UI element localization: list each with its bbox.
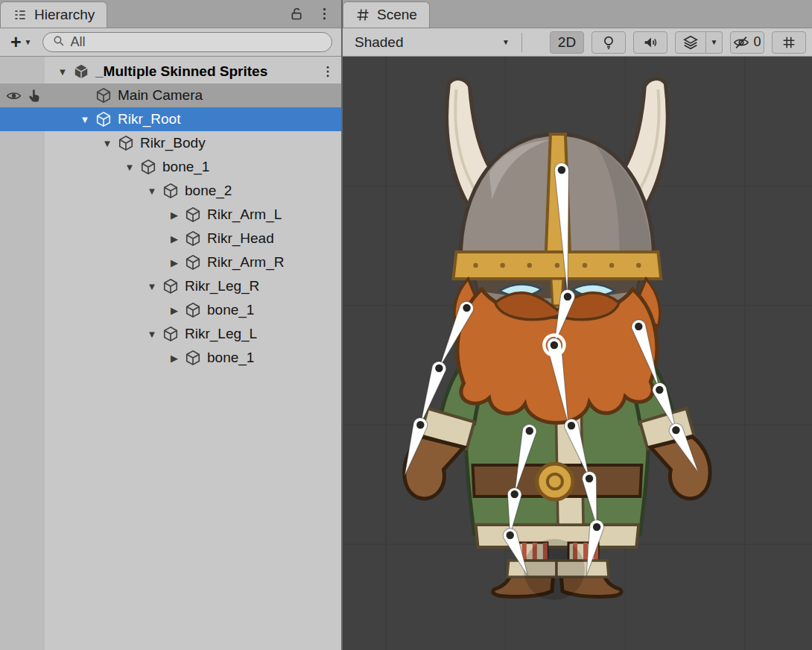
hierarchy-list-icon <box>13 7 28 22</box>
hierarchy-rows: ▼_Multiple Skinned SpritesMain Camera▼Ri… <box>0 60 341 370</box>
scene-viewport[interactable] <box>343 57 812 650</box>
bone-joint-arm-right-2[interactable] <box>672 426 679 434</box>
bone-joint-leg-left-1[interactable] <box>511 490 518 498</box>
eye-off-icon <box>733 34 749 51</box>
chevron-down-icon: ▼ <box>25 38 32 46</box>
hierarchy-item-bone-1[interactable]: ▼bone_1 <box>0 155 341 179</box>
hierarchy-item-multiple-skinned-sprites[interactable]: ▼_Multiple Skinned Sprites <box>0 60 341 83</box>
foldout-expanded-icon[interactable]: ▼ <box>119 162 140 173</box>
hidden-count-label: 0 <box>753 34 761 50</box>
foldout-expanded-icon[interactable]: ▼ <box>97 138 118 149</box>
gameobject-cube-icon <box>162 326 185 342</box>
kebab-menu-icon[interactable] <box>320 64 335 79</box>
scene-visibility-toggle[interactable]: 0 <box>730 31 764 54</box>
scene-audio-toggle[interactable] <box>633 31 667 54</box>
gameobject-cube-icon <box>185 302 207 318</box>
bone-joint-leg-left-0[interactable] <box>526 427 533 435</box>
indent-spacer <box>0 167 119 168</box>
bone-joint-arm-left-1[interactable] <box>435 365 443 372</box>
lock-icon[interactable] <box>289 6 305 22</box>
hierarchy-item-label: Rikr_Leg_R <box>185 278 259 294</box>
hierarchy-item-label: bone_1 <box>207 302 254 318</box>
hierarchy-item-rikr-root[interactable]: ▼Rikr_Root <box>0 107 341 131</box>
foldout-expanded-icon[interactable]: ▼ <box>74 114 95 125</box>
effects-layers-icon <box>682 34 699 51</box>
indent-spacer <box>0 215 164 215</box>
hierarchy-item-rikr-leg-l[interactable]: ▼Rikr_Leg_L <box>0 322 341 346</box>
scene-toolbar: Shaded ▼ 2D <box>343 28 812 57</box>
hierarchy-item-main-camera[interactable]: Main Camera <box>0 83 341 107</box>
chevron-down-icon: ▼ <box>711 38 718 46</box>
hierarchy-item-label: Rikr_Body <box>140 135 206 151</box>
draw-mode-label: Shaded <box>355 34 404 51</box>
foldout-collapsed-icon[interactable]: ▶ <box>164 209 185 221</box>
effects-split-button: ▼ <box>675 31 723 54</box>
bone-joint-leg-right-0[interactable] <box>568 422 575 429</box>
bone-joint-arm-left-0[interactable] <box>463 304 470 312</box>
foldout-expanded-icon[interactable]: ▼ <box>142 186 162 197</box>
tab-scene[interactable]: Scene <box>343 1 430 28</box>
bone-joint-leg-right-2[interactable] <box>593 523 600 531</box>
foldout-collapsed-icon[interactable]: ▶ <box>164 233 185 244</box>
scene-toolbar-buttons: 2D <box>550 31 806 54</box>
gameobject-cube-icon <box>185 230 207 247</box>
bone-joint-arm-right-1[interactable] <box>656 386 663 394</box>
scene-effects-toggle[interactable] <box>675 31 706 54</box>
bone-joint-arm-left-2[interactable] <box>416 421 424 429</box>
hierarchy-item-label: Rikr_Head <box>207 230 274 247</box>
unity-editor-window: Hierarchy + ▼ All <box>0 0 812 650</box>
chevron-down-icon: ▼ <box>502 38 510 46</box>
tab-hierarchy[interactable]: Hierarchy <box>0 1 107 28</box>
bone-joint-spine-1[interactable] <box>564 293 571 300</box>
foldout-expanded-icon[interactable]: ▼ <box>142 329 162 340</box>
hierarchy-item-rikr-arm-r[interactable]: ▶Rikr_Arm_R <box>0 250 341 274</box>
draw-mode-dropdown[interactable]: Shaded ▼ <box>349 31 516 54</box>
gameobject-cube-icon <box>162 278 185 294</box>
hierarchy-tabbar: Hierarchy <box>0 0 341 28</box>
hierarchy-header-actions <box>289 0 341 28</box>
foldout-collapsed-icon[interactable]: ▶ <box>164 257 185 268</box>
2d-mode-toggle[interactable]: 2D <box>550 31 584 54</box>
hierarchy-item-rikr-body[interactable]: ▼Rikr_Body <box>0 131 341 155</box>
scene-lighting-toggle[interactable] <box>591 31 626 54</box>
hierarchy-item-label: Rikr_Arm_L <box>207 206 282 223</box>
hierarchy-item-rikr-head[interactable]: ▶Rikr_Head <box>0 227 341 250</box>
tab-scene-label: Scene <box>377 7 417 23</box>
hierarchy-item-rikr-leg-r[interactable]: ▼Rikr_Leg_R <box>0 274 341 298</box>
hierarchy-item-bone-1[interactable]: ▶bone_1 <box>0 346 341 370</box>
hierarchy-item-label: bone_2 <box>185 183 232 199</box>
bone-joint-leg-left-2[interactable] <box>506 531 513 539</box>
hierarchy-item-bone-2[interactable]: ▼bone_2 <box>0 179 341 203</box>
indent-spacer <box>0 358 164 359</box>
indent-spacer <box>0 143 97 144</box>
hierarchy-tree: ▼_Multiple Skinned SpritesMain Camera▼Ri… <box>0 57 341 650</box>
eye-icon[interactable] <box>4 86 22 104</box>
scene-effects-dropdown[interactable]: ▼ <box>706 31 723 54</box>
hierarchy-item-label: bone_1 <box>162 159 209 175</box>
foldout-collapsed-icon[interactable]: ▶ <box>164 305 185 316</box>
indent-spacer <box>0 239 164 239</box>
hierarchy-item-label: Rikr_Arm_R <box>207 254 284 271</box>
bone-joint-spine-2[interactable] <box>551 341 558 349</box>
grid-settings-icon <box>781 34 797 51</box>
bone-joint-spine-0[interactable] <box>558 166 565 174</box>
foldout-expanded-icon[interactable]: ▼ <box>52 66 73 78</box>
hierarchy-search-input[interactable]: All <box>42 32 332 52</box>
plus-icon: + <box>10 33 22 51</box>
indent-spacer <box>0 119 74 120</box>
pick-icon[interactable] <box>25 86 43 104</box>
add-object-button[interactable]: + ▼ <box>6 33 37 51</box>
indent-spacer <box>0 72 52 72</box>
unity-scene-icon <box>73 63 95 80</box>
grid-settings-button[interactable] <box>772 31 806 54</box>
foldout-collapsed-icon[interactable]: ▶ <box>164 353 185 364</box>
gameobject-cube-icon <box>185 350 207 366</box>
bone-joint-arm-right-0[interactable] <box>635 323 642 330</box>
kebab-menu-icon[interactable] <box>317 6 332 22</box>
foldout-expanded-icon[interactable]: ▼ <box>142 281 162 292</box>
pivot-shadow-disc <box>524 539 585 600</box>
hierarchy-item-label: bone_1 <box>207 350 254 366</box>
hierarchy-item-bone-1[interactable]: ▶bone_1 <box>0 298 341 322</box>
bone-joint-leg-right-1[interactable] <box>586 475 593 482</box>
hierarchy-item-rikr-arm-l[interactable]: ▶Rikr_Arm_L <box>0 203 341 227</box>
